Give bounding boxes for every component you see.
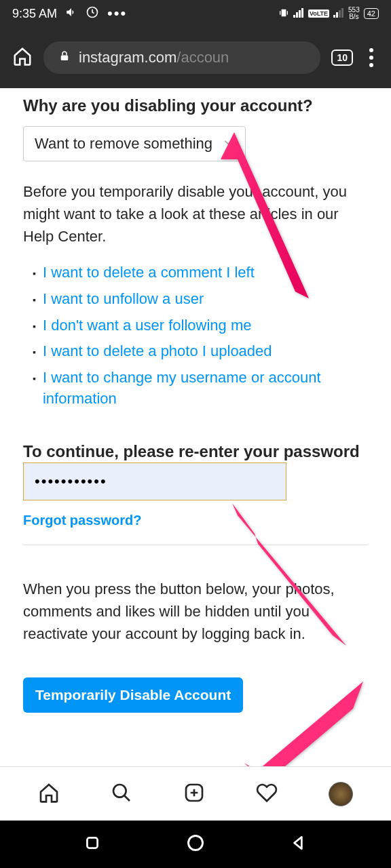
lock-icon — [58, 50, 71, 65]
more-notifications-icon: ••• — [107, 5, 127, 22]
svg-rect-4 — [299, 10, 301, 18]
volte-badge: VoLTE — [308, 9, 329, 18]
password-heading: To continue, please re-enter your passwo… — [23, 442, 368, 461]
svg-rect-5 — [301, 8, 303, 18]
temporarily-disable-button[interactable]: Temporarily Disable Account — [23, 677, 243, 713]
status-time: 9:35 AM — [12, 7, 57, 21]
svg-rect-9 — [341, 8, 343, 18]
divider — [23, 545, 368, 545]
url-text: instagram.com/accoun — [79, 49, 229, 66]
help-link[interactable]: I want to delete a photo I uploaded — [43, 341, 272, 362]
instagram-bottom-nav — [0, 766, 391, 821]
svg-rect-6 — [333, 15, 335, 18]
forgot-password-link[interactable]: Forgot password? — [23, 513, 141, 528]
help-links-list: I want to delete a comment I left I want… — [23, 262, 368, 410]
help-link[interactable]: I want to delete a comment I left — [43, 262, 255, 283]
browser-home-icon[interactable] — [12, 46, 33, 69]
nav-create-icon[interactable] — [183, 782, 205, 806]
svg-rect-13 — [87, 837, 97, 848]
password-input[interactable] — [23, 462, 286, 500]
back-button[interactable] — [290, 834, 308, 854]
nav-profile-avatar[interactable] — [329, 782, 353, 806]
svg-rect-1 — [282, 9, 286, 16]
help-link[interactable]: I don't want a user following me — [43, 315, 251, 336]
network-speed: 553 B/s — [348, 7, 360, 20]
disable-warning-text: When you press the button below, your ph… — [23, 578, 368, 645]
signal-icon-2 — [333, 8, 344, 20]
disable-reason-heading: Why are you disabling your account? — [23, 96, 368, 115]
nav-activity-icon[interactable] — [256, 782, 278, 806]
browser-menu-icon[interactable] — [364, 48, 379, 67]
svg-rect-2 — [293, 15, 295, 18]
tab-count-button[interactable]: 10 — [331, 50, 353, 66]
help-link[interactable]: I want to unfollow a user — [43, 289, 204, 310]
android-status-bar: 9:35 AM ••• VoLTE 553 B/s 42 — [0, 0, 391, 27]
nav-home-icon[interactable] — [38, 782, 60, 806]
signal-icon-1 — [293, 8, 304, 20]
svg-rect-8 — [339, 10, 341, 18]
chevron-down-icon — [222, 135, 234, 153]
browser-toolbar: instagram.com/accoun 10 — [0, 27, 391, 88]
home-button[interactable] — [186, 833, 205, 855]
url-bar[interactable]: instagram.com/accoun — [43, 41, 320, 74]
svg-point-11 — [113, 785, 126, 797]
nav-search-icon[interactable] — [111, 782, 132, 806]
dropdown-value: Want to remove something — [35, 135, 212, 153]
svg-rect-7 — [336, 12, 338, 18]
svg-point-14 — [188, 836, 202, 850]
help-link[interactable]: I want to change my username or account … — [43, 368, 368, 410]
whatsapp-icon — [86, 5, 99, 22]
recent-apps-button[interactable] — [83, 834, 101, 854]
sound-icon — [65, 6, 77, 22]
page-content: Why are you disabling your account? Want… — [0, 88, 391, 713]
vibrate-icon — [278, 7, 289, 20]
android-nav-bar — [0, 821, 391, 868]
svg-rect-10 — [61, 56, 69, 61]
battery-indicator: 42 — [364, 8, 379, 19]
reason-dropdown[interactable]: Want to remove something — [23, 126, 246, 161]
help-center-intro: Before you temporarily disable your acco… — [23, 180, 368, 248]
svg-rect-3 — [296, 12, 298, 18]
